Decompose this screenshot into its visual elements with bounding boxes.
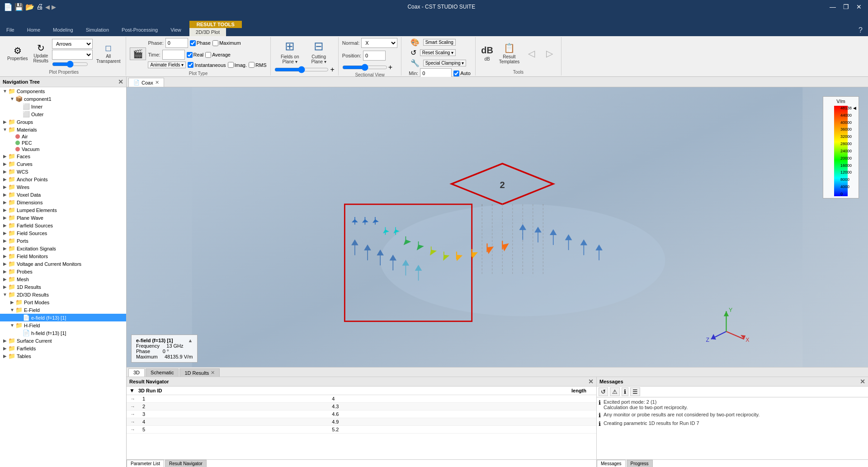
animate-fields-icon[interactable]: 🎬: [130, 47, 146, 60]
tree-item-pec[interactable]: PEC: [0, 140, 126, 146]
tree-item-lumpedElements[interactable]: ▶📁Lumped Elements: [0, 206, 126, 214]
tree-toggle-lumpedElements[interactable]: ▶: [2, 208, 8, 212]
tab-home[interactable]: Home: [21, 24, 47, 36]
tab-simulation[interactable]: Simulation: [80, 24, 115, 36]
tree-item-portModes[interactable]: ▶📁Port Modes: [0, 298, 126, 306]
table-row[interactable]: → 4 4.9: [127, 418, 596, 426]
tree-item-farfieldSources[interactable]: ▶📁Farfield Sources: [0, 222, 126, 229]
tree-item-ports[interactable]: ▶📁Ports: [0, 237, 126, 245]
tree-toggle-fieldMonitors[interactable]: ▶: [2, 254, 8, 259]
rms-checkbox[interactable]: [249, 62, 255, 68]
tree-toggle-voltageCurrentMonitors[interactable]: ▶: [2, 261, 8, 266]
tree-item-faces[interactable]: ▶📁Faces: [0, 152, 126, 160]
tree-item-eFieldResult[interactable]: 📄e-field (f=13) [1]: [0, 314, 126, 321]
tree-item-probes[interactable]: ▶📁Probes: [0, 268, 126, 275]
cutting-plane-button[interactable]: ⊟ CuttingPlane ▾: [305, 38, 332, 65]
tree-toggle-component1[interactable]: ▼: [9, 96, 15, 101]
tree-item-hFieldResult[interactable]: 📄h-field (f=13) [1]: [0, 329, 126, 337]
tree-toggle-anchorPoints[interactable]: ▶: [2, 177, 8, 182]
real-checkbox-label[interactable]: Real: [187, 52, 204, 58]
tree-toggle-results2D3D[interactable]: ▼: [2, 292, 8, 297]
msg-refresh-button[interactable]: ↺: [599, 387, 608, 396]
update-results-button[interactable]: ↻ UpdateResults: [32, 42, 50, 64]
tab-3d[interactable]: 3D: [128, 368, 145, 377]
time-input[interactable]: [162, 50, 185, 60]
tree-item-dimensions[interactable]: ▶📁Dimensions: [0, 198, 126, 206]
tree-item-results1D[interactable]: ▶📁1D Results: [0, 283, 126, 291]
imag-checkbox[interactable]: [228, 62, 234, 68]
msg-list-button[interactable]: ☰: [630, 387, 640, 396]
tree-item-materials[interactable]: ▼📁Materials: [0, 126, 126, 133]
tab-postprocessing[interactable]: Post-Processing: [115, 24, 164, 36]
tree-item-eField[interactable]: ▼📁E-Field: [0, 306, 126, 314]
tree-item-planeWave[interactable]: ▶📁Plane Wave: [0, 214, 126, 222]
tree-item-outer[interactable]: ⬜Outer: [0, 110, 126, 118]
maximize-button[interactable]: ❐: [840, 3, 852, 10]
tree-item-wcs[interactable]: ▶📁WCS: [0, 168, 126, 175]
tab-schematic[interactable]: Schematic: [146, 368, 179, 377]
tree-toggle-wcs[interactable]: ▶: [2, 169, 8, 174]
animate-fields-button[interactable]: Animate Fields ▾: [148, 61, 186, 68]
reset-scaling-button[interactable]: Reset Scaling ▾: [420, 49, 456, 56]
tree-toggle-hField[interactable]: ▼: [9, 323, 15, 328]
msg-info-button[interactable]: ℹ: [622, 387, 628, 396]
tab-1d-results[interactable]: 1D Results ✕: [179, 368, 220, 377]
tree-item-fieldSources[interactable]: ▶📁Field Sources: [0, 229, 126, 237]
tree-toggle-mesh[interactable]: ▶: [2, 277, 8, 282]
1d-results-close[interactable]: ✕: [211, 370, 215, 376]
tree-item-tables[interactable]: ▶📁Tables: [0, 352, 126, 360]
field-info-expand[interactable]: ▲: [188, 338, 193, 343]
tree-item-surfaceCurrent[interactable]: ▶📁Surface Current: [0, 337, 126, 344]
auto-checkbox-label[interactable]: Auto: [453, 71, 471, 76]
position-input[interactable]: [363, 51, 386, 61]
tab-modeling[interactable]: Modeling: [47, 24, 80, 36]
tree-item-fieldMonitors[interactable]: ▶📁Field Monitors: [0, 252, 126, 260]
tree-toggle-farfields[interactable]: ▶: [2, 346, 8, 351]
all-transparent-button[interactable]: ◻ AllTransparent: [94, 42, 123, 65]
table-row[interactable]: → 3 4.6: [127, 410, 596, 418]
progress-tab[interactable]: Progress: [627, 460, 653, 467]
tree-item-mesh[interactable]: ▶📁Mesh: [0, 275, 126, 283]
messages-tab[interactable]: Messages: [597, 460, 626, 467]
smart-scaling-button[interactable]: Smart Scaling: [423, 39, 456, 46]
tree-item-excitationSignals[interactable]: ▶📁Excitation Signals: [0, 245, 126, 252]
tree-toggle-portModes[interactable]: ▶: [9, 300, 15, 305]
result-templates-button[interactable]: 📋 ResultTemplates: [497, 42, 522, 65]
tree-toggle-excitationSignals[interactable]: ▶: [2, 246, 8, 251]
tree-item-air[interactable]: Air: [0, 133, 126, 140]
fields-slider[interactable]: [274, 66, 329, 73]
tree-toggle-eField[interactable]: ▼: [9, 307, 15, 312]
real-checkbox[interactable]: [187, 52, 193, 58]
maximum-checkbox-label[interactable]: Maximum: [212, 40, 241, 46]
tree-item-results2D3D[interactable]: ▼📁2D/3D Results: [0, 291, 126, 298]
tree-toggle-wires[interactable]: ▶: [2, 184, 8, 189]
transparency-slider[interactable]: [52, 61, 88, 68]
result-navigator-close[interactable]: ✕: [588, 378, 594, 385]
instantaneous-checkbox-label[interactable]: Instantaneous: [188, 62, 226, 68]
average-checkbox[interactable]: [205, 52, 211, 58]
tab-file[interactable]: File: [0, 24, 21, 36]
arrow-back-button[interactable]: ◁: [523, 47, 539, 60]
tree-item-inner[interactable]: ⬜Inner: [0, 103, 126, 110]
tree-toggle-farfieldSources[interactable]: ▶: [2, 223, 8, 228]
tree-toggle-faces[interactable]: ▶: [2, 154, 8, 159]
tree-item-curves[interactable]: ▶📁Curves: [0, 160, 126, 168]
tree-item-hField[interactable]: ▼📁H-Field: [0, 321, 126, 329]
tree-toggle-materials[interactable]: ▼: [2, 127, 8, 132]
instantaneous-checkbox[interactable]: [188, 62, 193, 68]
phase-input[interactable]: [165, 38, 188, 48]
tree-toggle-results1D[interactable]: ▶: [2, 284, 8, 289]
tree-item-anchorPoints[interactable]: ▶📁Anchor Points: [0, 175, 126, 183]
plot-type-dropdown[interactable]: Arrows: [52, 39, 93, 49]
table-row[interactable]: → 5 5.2: [127, 426, 596, 434]
messages-close[interactable]: ✕: [860, 378, 865, 385]
phase-checkbox-label[interactable]: Phase: [190, 40, 211, 46]
fields-on-plane-button[interactable]: ⊞ Fields onPlane ▾: [276, 38, 303, 65]
special-clamping-button[interactable]: Special Clamping ▾: [423, 60, 467, 66]
filter-icon[interactable]: ▼: [129, 387, 135, 394]
tree-item-components[interactable]: ▼📁Components: [0, 87, 126, 95]
normal-dropdown[interactable]: XYZ: [361, 38, 397, 48]
tree-toggle-ports[interactable]: ▶: [2, 238, 8, 243]
properties-button[interactable]: ⚙ Properties: [5, 45, 30, 62]
rms-checkbox-label[interactable]: RMS: [249, 62, 266, 68]
